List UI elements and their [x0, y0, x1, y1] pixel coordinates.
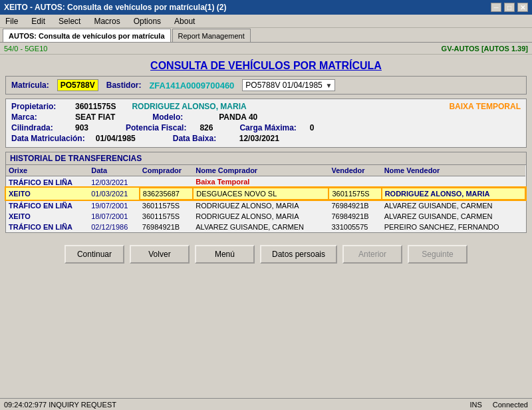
baxa-status: BAIXA TEMPORAL: [449, 102, 521, 111]
status-connected: Connected: [493, 401, 528, 409]
col-header-orixe: Orixe: [6, 165, 88, 176]
tab-report[interactable]: Report Management: [172, 29, 251, 42]
close-button[interactable]: ✕: [517, 3, 528, 12]
maximize-button[interactable]: □: [504, 3, 515, 12]
data-matriculacion-value: 01/04/1985: [96, 134, 136, 143]
matricula-dropdown[interactable]: PO5788V 01/04/1985 ▼: [242, 79, 335, 91]
propietario-id: 36011575S: [75, 102, 116, 111]
status-bottom: 09:24:02:977 INQUIRY REQUEST INS Connect…: [0, 398, 532, 410]
matricula-label: Matrícula:: [11, 81, 49, 90]
menu-about[interactable]: About: [172, 15, 198, 27]
col-header-nome-comprador: Nome Comprador: [193, 165, 329, 176]
menu-select[interactable]: Select: [56, 15, 83, 27]
carga-label: Carga Máxima:: [239, 123, 296, 132]
tab-bar: AUTOS: Consulta de vehículos por matrícu…: [0, 28, 532, 43]
status-top: 54/0 - 5GE10 GV-AUTOS [AUTOS 1.39]: [0, 43, 532, 55]
col-header-nome-vendedor: Nome Vendedor: [382, 165, 525, 176]
data-matriculacion-label: Data Matriculación:: [11, 134, 85, 143]
vehicle-info-panel: Propietario: 36011575S RODRIGUEZ ALONSO,…: [5, 99, 527, 148]
potencia-label: Potencia Fiscal:: [126, 123, 186, 132]
dropdown-arrow-icon: ▼: [325, 82, 332, 89]
status-bottom-left: 09:24:02:977 INQUIRY REQUEST: [4, 401, 116, 409]
menu-edit[interactable]: Edit: [29, 15, 48, 27]
cilindrada-value: 903: [75, 123, 88, 132]
marca-value: SEAT FIAT: [75, 112, 115, 122]
propietario-row: Propietario: 36011575S RODRIGUEZ ALONSO,…: [11, 102, 521, 111]
table-row[interactable]: XEITO18/07/200136011575SRODRIGUEZ ALONSO…: [6, 211, 525, 222]
matricula-section: Matrícula: PO5788V Bastidor: ZFA141A0009…: [5, 76, 527, 95]
marca-row: Marca: SEAT FIAT Modelo: PANDA 40: [11, 112, 521, 122]
title-bar: XEITO - AUTOS: Consulta de vehículos por…: [0, 0, 532, 15]
history-section: HISTORIAL DE TRANSFERENCIAS Orixe Data C…: [5, 152, 527, 233]
menu-button[interactable]: Menú: [195, 245, 255, 264]
menu-macros[interactable]: Macros: [91, 15, 122, 27]
volver-button[interactable]: Volver: [130, 245, 190, 264]
menu-file[interactable]: File: [3, 15, 21, 27]
datos-persoais-button[interactable]: Datos persoais: [260, 245, 337, 264]
bastidor-value: ZFA141A0009700460: [149, 81, 234, 91]
status-top-right: GV-AUTOS [AUTOS 1.39]: [442, 45, 528, 53]
dropdown-value: PO5788V 01/04/1985: [245, 81, 322, 90]
potencia-value: 826: [200, 123, 213, 132]
anterior-button: Anterior: [342, 245, 402, 264]
matricula-value[interactable]: PO5788V: [57, 79, 98, 91]
table-row[interactable]: TRÁFICO EN LIÑA19/07/200136011575SRODRIG…: [6, 200, 525, 211]
page-title: CONSULTA DE VEHÍCULOS POR MATRÍCULA: [5, 60, 527, 72]
status-top-left: 54/0 - 5GE10: [4, 45, 47, 53]
propietario-name: RODRIGUEZ ALONSO, MARIA: [132, 102, 246, 111]
history-table: Orixe Data Comprador Nome Comprador Vend…: [6, 165, 526, 232]
continuar-button[interactable]: Continuar: [65, 245, 124, 264]
data-baxa-value: 12/03/2021: [239, 134, 279, 143]
col-header-comprador: Comprador: [140, 165, 193, 176]
col-header-data: Data: [88, 165, 140, 176]
modelo-label: Modelo:: [152, 112, 205, 122]
dates-row: Data Matriculación: 01/04/1985 Data Baix…: [11, 134, 521, 143]
menu-bar: File Edit Select Macros Options About: [0, 15, 532, 28]
main-content: CONSULTA DE VEHÍCULOS POR MATRÍCULA Matr…: [0, 55, 532, 240]
cilindrada-label: Cilindrada:: [11, 123, 65, 132]
data-baxa-label: Data Baixa:: [173, 134, 226, 143]
cilindrada-row: Cilindrada: 903 Potencia Fiscal: 826 Car…: [11, 123, 521, 132]
title-text: XEITO - AUTOS: Consulta de vehículos por…: [4, 3, 227, 12]
tab-autos[interactable]: AUTOS: Consulta de vehículos por matrícu…: [3, 29, 171, 42]
menu-options[interactable]: Options: [131, 15, 164, 27]
propietario-label: Propietario:: [11, 102, 65, 111]
history-title: HISTORIAL DE TRANSFERENCIAS: [6, 152, 526, 165]
seguinte-button: Seguinte: [408, 245, 467, 264]
bastidor-label: Bastidor:: [106, 81, 142, 90]
modelo-value: PANDA 40: [219, 112, 257, 122]
table-row[interactable]: XEITO01/03/2021836235687DESGUACES NOVO S…: [6, 188, 525, 200]
minimize-button[interactable]: ─: [491, 3, 501, 12]
col-header-vendedor: Vendedor: [329, 165, 381, 176]
table-row[interactable]: TRÁFICO EN LIÑA12/03/2021Baixa Temporal: [6, 176, 525, 188]
marca-label: Marca:: [11, 112, 65, 122]
window-controls: ─ □ ✕: [491, 3, 528, 12]
status-ins: INS: [469, 401, 481, 409]
carga-value: 0: [310, 123, 315, 132]
table-row[interactable]: TRÁFICO EN LIÑA02/12/198676984921BALVARE…: [6, 222, 525, 232]
table-header-row: Orixe Data Comprador Nome Comprador Vend…: [6, 165, 525, 176]
button-bar: Continuar Volver Menú Datos persoais Ant…: [0, 240, 532, 269]
status-right: INS Connected: [469, 401, 528, 409]
